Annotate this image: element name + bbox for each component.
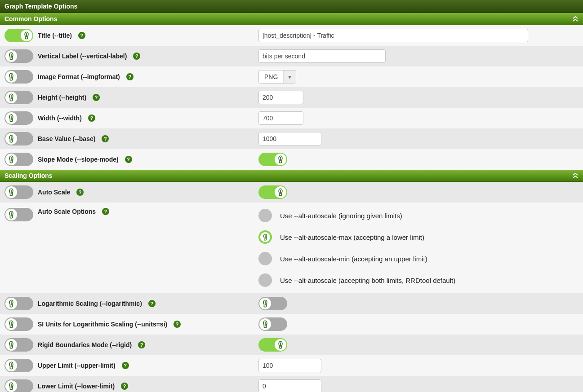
section-header-common[interactable]: Common Options [0, 13, 583, 25]
radio-icon[interactable] [258, 230, 272, 244]
template-toggle-log[interactable] [4, 297, 33, 310]
help-icon[interactable]: ? [148, 300, 156, 307]
template-toggle-width[interactable] [4, 111, 33, 125]
template-toggle-rigid[interactable] [4, 338, 33, 352]
label-width: Width (--width) [38, 115, 82, 122]
row-vertical-label: Vertical Label (--vertical-label) ? [0, 46, 583, 66]
section-header-scaling[interactable]: Scaling Options [0, 170, 583, 182]
logarithmic-toggle[interactable] [258, 297, 287, 310]
row-upper-limit: Upper Limit (--upper-limit) ? [0, 355, 583, 376]
label-imgformat: Image Format (--imgformat) [38, 73, 120, 80]
label-si: SI Units for Logarithmic Scaling (--unit… [38, 321, 167, 328]
label-slope: Slope Mode (--slope-mode) [38, 156, 119, 163]
row-lower-limit: Lower Limit (--lower-limit) ? [0, 376, 583, 392]
label-base: Base Value (--base) [38, 135, 95, 142]
chevron-down-icon: ▾ [283, 70, 296, 83]
radio-label: Use --alt-autoscale (ignoring given limi… [280, 212, 402, 220]
row-slope: Slope Mode (--slope-mode) ? [0, 149, 583, 170]
radio-option-alt-autoscale[interactable]: Use --alt-autoscale (ignoring given limi… [258, 209, 455, 222]
label-title: Title (--title) [38, 32, 72, 39]
help-icon[interactable]: ? [78, 32, 85, 39]
row-base: Base Value (--base) ? [0, 128, 583, 149]
autoscale-toggle[interactable] [258, 185, 287, 199]
help-icon[interactable]: ? [76, 189, 84, 196]
template-toggle-vlabel[interactable] [4, 49, 33, 63]
template-toggle-lower[interactable] [4, 379, 33, 392]
height-input[interactable] [258, 91, 303, 104]
template-toggle-autoscale[interactable] [4, 185, 33, 199]
si-units-toggle[interactable] [258, 317, 287, 331]
help-icon[interactable]: ? [122, 362, 129, 369]
help-icon[interactable]: ? [133, 53, 140, 60]
graph-template-options-panel: Graph Template Options Common Options Ti… [0, 0, 583, 392]
section-title-scaling: Scaling Options [4, 172, 53, 179]
radio-option-alt-autoscale-min[interactable]: Use --alt-autoscale-min (accepting an up… [258, 252, 455, 265]
chevron-up-icon[interactable] [572, 16, 579, 22]
label-height: Height (--height) [38, 94, 86, 101]
template-toggle-base[interactable] [4, 132, 33, 145]
row-title: Title (--title) ? [0, 25, 583, 46]
radio-label: Use --alt-autoscale (accepting both limi… [280, 277, 455, 284]
lower-limit-input[interactable] [258, 379, 321, 392]
image-format-value: PNG [259, 73, 283, 80]
label-upper: Upper Limit (--upper-limit) [38, 362, 116, 369]
label-autoscale: Auto Scale [38, 189, 70, 196]
label-rigid: Rigid Boundaries Mode (--rigid) [38, 341, 132, 348]
label-lower: Lower Limit (--lower-limit) [38, 383, 115, 390]
title-input[interactable] [258, 29, 528, 42]
help-icon[interactable]: ? [174, 321, 181, 328]
row-width: Width (--width) ? [0, 108, 583, 128]
radio-icon[interactable] [258, 252, 272, 265]
template-toggle-title[interactable] [4, 29, 33, 42]
template-toggle-upper[interactable] [4, 359, 33, 372]
help-icon[interactable]: ? [88, 115, 95, 122]
row-logarithmic: Logarithmic Scaling (--logarithmic) ? [0, 293, 583, 314]
radio-option-alt-autoscale-both[interactable]: Use --alt-autoscale (accepting both limi… [258, 273, 455, 287]
help-icon[interactable]: ? [126, 73, 134, 80]
template-toggle-slope[interactable] [4, 153, 33, 166]
help-icon[interactable]: ? [125, 156, 132, 163]
radio-icon[interactable] [258, 273, 272, 287]
row-rigid: Rigid Boundaries Mode (--rigid) ? [0, 335, 583, 355]
panel-title: Graph Template Options [4, 3, 77, 10]
radio-label: Use --alt-autoscale-max (accepting a low… [280, 233, 424, 241]
upper-limit-input[interactable] [258, 359, 321, 372]
row-height: Height (--height) ? [0, 87, 583, 108]
section-title-common: Common Options [4, 15, 57, 22]
help-icon[interactable]: ? [121, 383, 128, 390]
template-toggle-imgformat[interactable] [4, 70, 33, 84]
chevron-up-icon[interactable] [572, 172, 579, 179]
help-icon[interactable]: ? [93, 94, 100, 101]
slope-mode-toggle[interactable] [258, 153, 287, 166]
panel-header: Graph Template Options [0, 0, 583, 13]
row-autoscale: Auto Scale ? [0, 182, 583, 203]
base-input[interactable] [258, 132, 321, 145]
label-log: Logarithmic Scaling (--logarithmic) [38, 300, 142, 307]
radio-icon[interactable] [258, 209, 272, 222]
label-autoscale-opts: Auto Scale Options [38, 208, 96, 215]
radio-label: Use --alt-autoscale-min (accepting an up… [280, 255, 427, 263]
label-vlabel: Vertical Label (--vertical-label) [38, 53, 127, 60]
width-input[interactable] [258, 111, 303, 125]
help-icon[interactable]: ? [138, 341, 145, 348]
template-toggle-height[interactable] [4, 91, 33, 104]
image-format-select[interactable]: PNG ▾ [258, 70, 296, 84]
row-autoscale-options: Auto Scale Options ? Use --alt-autoscale… [0, 203, 583, 293]
template-toggle-si[interactable] [4, 317, 33, 331]
autoscale-options-group: Use --alt-autoscale (ignoring given limi… [258, 208, 455, 287]
template-toggle-autoscale-opts[interactable] [4, 208, 33, 221]
row-image-format: Image Format (--imgformat) ? PNG ▾ [0, 66, 583, 87]
row-si-units: SI Units for Logarithmic Scaling (--unit… [0, 314, 583, 335]
help-icon[interactable]: ? [102, 208, 109, 215]
radio-option-alt-autoscale-max[interactable]: Use --alt-autoscale-max (accepting a low… [258, 230, 455, 244]
help-icon[interactable]: ? [102, 135, 109, 142]
rigid-toggle[interactable] [258, 338, 287, 352]
vertical-label-input[interactable] [258, 49, 386, 63]
